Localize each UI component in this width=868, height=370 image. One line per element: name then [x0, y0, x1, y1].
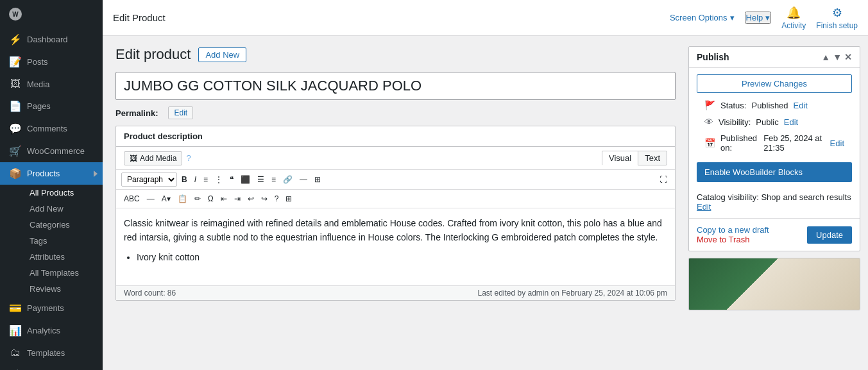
unordered-list-button[interactable]: ≡: [201, 173, 210, 186]
visual-tab[interactable]: Visual: [602, 151, 638, 165]
permalink-edit-button[interactable]: Edit: [168, 106, 193, 119]
activity-button[interactable]: 🔔 Activity: [781, 6, 806, 30]
visibility-icon: 👁: [704, 117, 713, 127]
sidebar-item-categories[interactable]: Categories: [24, 217, 103, 233]
activity-icon: 🔔: [787, 6, 801, 20]
catalog-section: Catalog visibility: Shop and search resu…: [689, 189, 860, 218]
status-field: 🚩 Status: Published Edit: [697, 97, 852, 114]
more-button[interactable]: —: [297, 173, 310, 186]
sidebar-item-payments[interactable]: 💳 Payments: [0, 297, 103, 319]
add-media-icon: 🖼: [130, 154, 137, 163]
main-area: Edit Product Screen Options ▾ Help ▾ 🔔 A…: [103, 0, 868, 370]
editor-format-bar-1: Paragraph B I ≡ ⋮ ❝ ⬛ ☰ ≡ 🔗 — ⊞ ⛶: [116, 170, 675, 190]
woocommerce-icon: 🛒: [9, 145, 22, 157]
ordered-list-button[interactable]: ⋮: [212, 173, 225, 186]
product-title-input[interactable]: [115, 72, 676, 100]
categories-label: Categories: [30, 220, 70, 230]
copy-draft-link[interactable]: Copy to a new draft: [697, 225, 769, 235]
all-products-label: All Products: [30, 188, 74, 198]
sidebar-item-all-products[interactable]: All Products: [24, 185, 103, 201]
table-button[interactable]: ⊞: [283, 192, 294, 205]
preview-changes-button[interactable]: Preview Changes: [697, 74, 852, 93]
status-edit-link[interactable]: Edit: [794, 101, 808, 110]
help-chevron-icon: ▾: [765, 13, 770, 22]
publish-body: Preview Changes 🚩 Status: Published Edit…: [689, 74, 860, 156]
sidebar: W ⚡ Dashboard 📝 Posts 🖼 Media 📄 Pages 💬 …: [0, 0, 103, 370]
sidebar-item-add-new[interactable]: Add New: [24, 201, 103, 217]
collapse-up-icon[interactable]: ▲: [821, 52, 830, 62]
sidebar-item-woocommerce[interactable]: 🛒 WooCommerce: [0, 140, 103, 162]
strikethrough-button[interactable]: ABC: [121, 192, 142, 205]
text-color-button[interactable]: A▾: [159, 192, 173, 205]
published-on-edit-link[interactable]: Edit: [830, 139, 844, 148]
sidebar-item-all-templates[interactable]: All Templates: [24, 265, 103, 281]
align-left-button[interactable]: ⬛: [238, 173, 253, 186]
catalog-value: Shop and search results: [761, 192, 851, 202]
catalog-label: Catalog visibility:: [697, 192, 759, 202]
undo-button[interactable]: ↩: [245, 192, 257, 205]
clear-format-button[interactable]: ✏: [192, 192, 203, 205]
italic-button[interactable]: I: [192, 173, 199, 186]
finish-setup-button[interactable]: ⚙ Finish setup: [816, 6, 858, 30]
sidebar-item-dashboard[interactable]: ⚡ Dashboard: [0, 28, 103, 51]
product-image-preview: [689, 258, 860, 310]
blockquote-button[interactable]: ❝: [227, 173, 236, 186]
sidebar-item-label: Templates: [27, 348, 65, 358]
help-button[interactable]: Help ▾: [745, 12, 772, 24]
sidebar-item-marketing[interactable]: 📣 Marketing: [0, 364, 103, 370]
close-panel-icon[interactable]: ✕: [844, 52, 852, 62]
visibility-field: 👁 Visibility: Public Edit: [697, 114, 852, 130]
fullscreen-button[interactable]: ⛶: [657, 173, 670, 186]
last-edited: Last edited by admin on February 25, 202…: [477, 289, 667, 298]
collapse-down-icon[interactable]: ▼: [833, 52, 842, 62]
update-button[interactable]: Update: [807, 226, 852, 244]
posts-icon: 📝: [9, 56, 22, 68]
indent-button[interactable]: ⇤: [218, 192, 230, 205]
sidebar-item-products[interactable]: 📦 Products: [0, 162, 103, 185]
sidebar-item-reviews[interactable]: Reviews: [24, 281, 103, 297]
finish-setup-label: Finish setup: [816, 21, 858, 30]
add-new-label: Add New: [30, 204, 64, 214]
add-new-button[interactable]: Add New: [198, 47, 246, 62]
align-center-button[interactable]: ☰: [255, 173, 267, 186]
analytics-icon: 📊: [9, 324, 22, 337]
sidebar-item-pages[interactable]: 📄 Pages: [0, 95, 103, 117]
sidebar-item-posts[interactable]: 📝 Posts: [0, 51, 103, 73]
topbar-title: Edit Product: [113, 12, 166, 23]
special-char-button[interactable]: Ω: [205, 192, 216, 205]
editor-content[interactable]: Classic knitwear is reimagined with refi…: [116, 208, 675, 285]
sidebar-item-templates[interactable]: 🗂 Templates: [0, 342, 103, 364]
screen-options-label: Screen Options: [670, 13, 728, 22]
paragraph-select[interactable]: Paragraph: [121, 172, 177, 187]
sidebar-item-analytics[interactable]: 📊 Analytics: [0, 319, 103, 342]
outdent-button[interactable]: ⇥: [232, 192, 243, 205]
published-on-field: 📅 Published on: Feb 25, 2024 at 21:35 Ed…: [697, 130, 852, 156]
sidebar-item-tags[interactable]: Tags: [24, 233, 103, 249]
enable-woobuilder-button[interactable]: Enable WooBuilder Blocks: [697, 162, 852, 182]
sidebar-item-media[interactable]: 🖼 Media: [0, 73, 103, 95]
sidebar-item-comments[interactable]: 💬 Comments: [0, 117, 103, 140]
screen-options-button[interactable]: Screen Options ▾: [670, 13, 735, 22]
topbar-right: Screen Options ▾ Help ▾ 🔔 Activity ⚙ Fin…: [670, 6, 858, 30]
status-value: Published: [751, 101, 788, 110]
sidebar-item-attributes[interactable]: Attributes: [24, 249, 103, 265]
link-button[interactable]: 🔗: [280, 173, 295, 186]
catalog-edit-link[interactable]: Edit: [697, 202, 711, 212]
finish-setup-icon: ⚙: [832, 6, 842, 20]
description-text: Classic knitwear is reimagined with refi…: [124, 216, 667, 245]
editor-format-bar-2: ABC — A▾ 📋 ✏ Ω ⇤ ⇥ ↩ ↪ ? ⊞: [116, 190, 675, 208]
text-tab[interactable]: Text: [638, 151, 667, 165]
content-area: Edit product Add New Permalink: Edit Pro…: [103, 36, 868, 370]
sidebar-item-label: Posts: [27, 57, 48, 67]
redo-button[interactable]: ↪: [259, 192, 270, 205]
editor-help-icon[interactable]: ?: [186, 153, 191, 163]
help-btn2[interactable]: ?: [272, 192, 282, 205]
hr-button[interactable]: —: [144, 192, 157, 205]
visibility-edit-link[interactable]: Edit: [784, 117, 798, 127]
paste-button[interactable]: 📋: [175, 192, 190, 205]
move-trash-link[interactable]: Move to Trash: [697, 235, 769, 244]
add-media-button[interactable]: 🖼 Add Media: [124, 151, 182, 165]
align-right-button[interactable]: ≡: [269, 173, 278, 186]
bold-button[interactable]: B: [179, 173, 190, 186]
toolbar-toggle-button[interactable]: ⊞: [312, 173, 323, 186]
